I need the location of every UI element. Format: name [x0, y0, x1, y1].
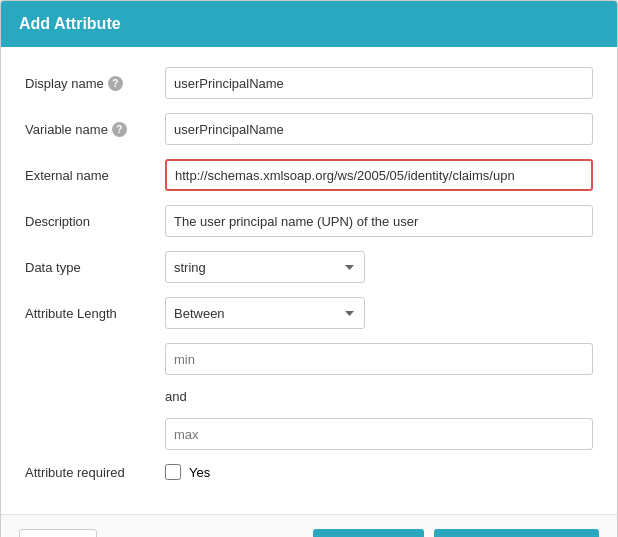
attribute-required-checkbox[interactable]: [165, 464, 181, 480]
attribute-required-label: Attribute required: [25, 465, 165, 480]
variable-name-row: Variable name ?: [25, 113, 593, 145]
yes-label: Yes: [189, 465, 210, 480]
description-row: Description: [25, 205, 593, 237]
modal-title: Add Attribute: [19, 15, 121, 32]
add-attribute-modal: Add Attribute Display name ? Variable na…: [0, 0, 618, 537]
external-name-input[interactable]: [165, 159, 593, 191]
display-name-help-icon[interactable]: ?: [108, 76, 123, 91]
max-row: [25, 418, 593, 450]
attribute-required-checkbox-group: Yes: [165, 464, 210, 480]
display-name-row: Display name ?: [25, 67, 593, 99]
attribute-length-row: Attribute Length Between Exactly At most…: [25, 297, 593, 329]
save-and-add-another-button[interactable]: Save and Add Another: [434, 529, 599, 537]
display-name-label: Display name ?: [25, 76, 165, 91]
and-label: and: [165, 389, 187, 404]
data-type-label: Data type: [25, 260, 165, 275]
variable-name-help-icon[interactable]: ?: [112, 122, 127, 137]
modal-header: Add Attribute: [1, 1, 617, 47]
attribute-length-label: Attribute Length: [25, 306, 165, 321]
attribute-length-select[interactable]: Between Exactly At most At least: [165, 297, 365, 329]
and-row: and: [25, 389, 593, 404]
variable-name-label: Variable name ?: [25, 122, 165, 137]
modal-footer: Cancel Add Attribute Save and Add Anothe…: [1, 514, 617, 537]
add-attribute-button[interactable]: Add Attribute: [313, 529, 423, 537]
modal-body: Display name ? Variable name ? External …: [1, 47, 617, 514]
display-name-input[interactable]: [165, 67, 593, 99]
cancel-button[interactable]: Cancel: [19, 529, 97, 537]
description-label: Description: [25, 214, 165, 229]
external-name-row: External name: [25, 159, 593, 191]
variable-name-input[interactable]: [165, 113, 593, 145]
external-name-label: External name: [25, 168, 165, 183]
attribute-required-row: Attribute required Yes: [25, 464, 593, 480]
footer-right-buttons: Add Attribute Save and Add Another: [313, 529, 599, 537]
max-input[interactable]: [165, 418, 593, 450]
description-input[interactable]: [165, 205, 593, 237]
data-type-select[interactable]: string integer boolean date: [165, 251, 365, 283]
min-row: [25, 343, 593, 375]
data-type-row: Data type string integer boolean date: [25, 251, 593, 283]
min-input[interactable]: [165, 343, 593, 375]
